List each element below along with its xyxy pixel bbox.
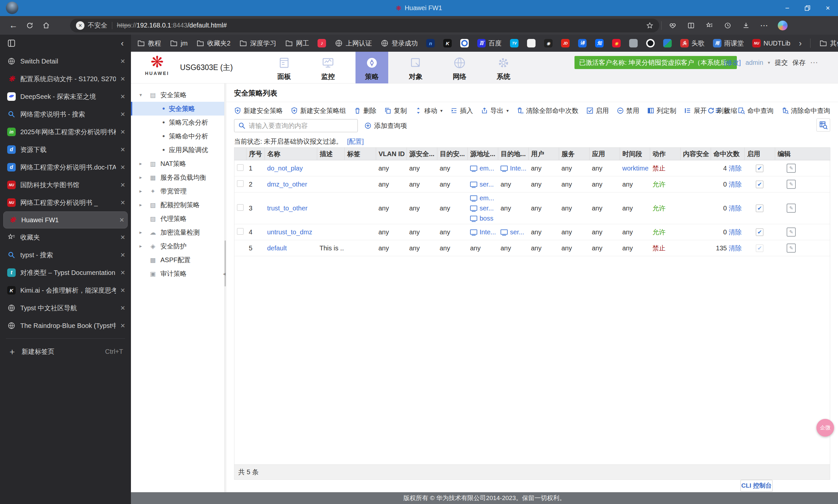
move-button[interactable]: 移动▾	[415, 106, 443, 115]
policy-name-link[interactable]: dmz_to_other	[267, 181, 307, 188]
user-dropdown-icon[interactable]: ▾	[768, 60, 770, 65]
cli-console-button[interactable]: CLI 控制台	[741, 480, 772, 491]
tab-close-icon[interactable]: ×	[121, 250, 125, 259]
nav-network[interactable]: 网络	[443, 52, 476, 84]
browser-tab[interactable]: The Raindrop-Blue Book (Typst中 ×	[0, 317, 131, 335]
row-checkbox[interactable]	[237, 164, 244, 171]
hit-query-button[interactable]: 命中查询	[738, 106, 773, 115]
enable-checkbox[interactable]: ✔	[756, 165, 763, 172]
tree-item-quota-policy[interactable]: ▸▧配额控制策略	[131, 198, 224, 212]
tree-group-security-policy[interactable]: ▾ ▤ 安全策略	[131, 88, 224, 102]
tab-close-icon[interactable]: ×	[121, 286, 125, 295]
browser-tab[interactable]: Typst 中文社区导航 ×	[0, 299, 131, 317]
enable-checkbox[interactable]: ✔	[756, 181, 763, 188]
tab-close-icon[interactable]: ×	[121, 110, 125, 119]
edit-icon[interactable]: ✎	[787, 203, 796, 213]
edit-icon[interactable]: ✎	[787, 244, 796, 253]
bookmarks-overflow-icon[interactable]: ›	[799, 38, 802, 49]
browser-tab[interactable]: ❋ 配置系统启动文件 - S1720, S2700, ×	[0, 70, 131, 88]
browser-tab[interactable]: 网络工程需求分析说明书.doc-ITAD ×	[0, 158, 131, 176]
refresh-list-button[interactable]: 刷新	[707, 106, 730, 115]
tab-close-icon[interactable]: ×	[121, 303, 125, 312]
policy-name-link[interactable]: trust_to_other	[267, 204, 307, 212]
tree-item-aspf-config[interactable]: ▩ASPF配置	[131, 253, 224, 267]
new-policy-group-button[interactable]: 新建安全策略组	[291, 106, 346, 115]
tab-close-icon[interactable]: ×	[121, 268, 125, 277]
home-button[interactable]	[38, 18, 54, 33]
bookmark[interactable]	[544, 39, 553, 48]
collapsed-arrow-icon[interactable]: ▸	[140, 161, 145, 166]
query-filter-button[interactable]	[816, 119, 830, 131]
bookmark[interactable]	[663, 39, 672, 48]
header-more-button[interactable]: ⋯	[810, 58, 819, 67]
favorite-star-icon[interactable]	[646, 22, 653, 29]
bookmark-folder[interactable]: 收藏夹2	[196, 39, 230, 48]
disable-button[interactable]: 禁用	[617, 106, 639, 115]
collapsed-arrow-icon[interactable]: ▸	[140, 188, 145, 194]
tab-close-icon[interactable]: ×	[121, 233, 125, 242]
clear-hits-link[interactable]: 清除	[729, 245, 742, 252]
nav-policy-active[interactable]: 策略	[356, 52, 388, 84]
browser-tab[interactable]: 收藏夹 ×	[0, 229, 131, 246]
browser-tab[interactable]: Kimi.ai - 会推理解析，能深度思考 ×	[0, 282, 131, 299]
tab-close-icon[interactable]: ×	[120, 215, 124, 224]
bookmark[interactable]: 登录成功	[380, 39, 418, 48]
favorites-button[interactable]	[700, 18, 718, 33]
tree-item-app-risk-tuning[interactable]: •应用风险调优	[131, 143, 224, 157]
bookmark[interactable]	[460, 39, 469, 48]
edit-icon[interactable]: ✎	[787, 180, 796, 189]
policy-name-link[interactable]: do_not_play	[267, 165, 303, 172]
tree-item-proxy-policy[interactable]: ▨代理策略	[131, 212, 224, 226]
not-secure-icon[interactable]: ✕	[76, 21, 85, 30]
new-policy-button[interactable]: 新建安全策略	[234, 106, 283, 115]
not-secure-label[interactable]: 不安全	[88, 21, 107, 30]
policy-name-link[interactable]: untrust_to_dmz	[267, 229, 312, 236]
bookmark[interactable]	[629, 39, 638, 48]
downloads-button[interactable]	[737, 18, 755, 33]
tab-close-icon[interactable]: ×	[121, 163, 125, 172]
bookmark[interactable]	[561, 39, 570, 48]
delete-button[interactable]: 删除	[354, 106, 376, 115]
browser-tab[interactable]: 2025年网络工程需求分析说明书样 ×	[0, 123, 131, 141]
collapsed-arrow-icon[interactable]: ▸	[140, 230, 145, 235]
export-button[interactable]: 导出▾	[481, 106, 509, 115]
tab-close-icon[interactable]: ×	[121, 57, 125, 66]
clear-hits-link[interactable]: 清除	[729, 229, 742, 236]
tab-close-icon[interactable]: ×	[121, 92, 125, 101]
collapse-sidebar-icon[interactable]: ‹	[121, 38, 124, 49]
bookmark-folder[interactable]: 教程	[137, 39, 161, 48]
tree-item-encrypted-traffic[interactable]: ▸☁加密流量检测	[131, 226, 224, 239]
tree-item-server-load-balance[interactable]: ▸▦服务器负载均衡	[131, 170, 224, 184]
back-button[interactable]: ←	[5, 18, 22, 33]
bookmark[interactable]	[612, 39, 621, 48]
refresh-button[interactable]	[22, 18, 38, 33]
bookmark[interactable]: 雨课堂	[713, 39, 744, 48]
browser-tab[interactable]: typst - 搜索 ×	[0, 246, 131, 264]
address-object-link[interactable]: ser...	[480, 204, 494, 212]
history-button[interactable]	[718, 18, 737, 33]
clear-hits-link[interactable]: 清除	[729, 165, 742, 172]
edit-icon[interactable]: ✎	[787, 164, 796, 173]
tab-close-icon[interactable]: ×	[121, 198, 125, 207]
browser-tab[interactable]: 国防科技大学图书馆 ×	[0, 176, 131, 194]
username[interactable]: admin	[745, 59, 763, 67]
browser-tab[interactable]: 网络工程需求分析说明书 _ ×	[0, 194, 131, 212]
enable-checkbox[interactable]: ✔	[756, 229, 763, 236]
new-tab-button[interactable]: ＋ 新建标签页 Ctrl+T	[0, 343, 131, 360]
clear-all-hits-button[interactable]: 00 清除全部命中次数	[517, 106, 578, 115]
bookmark[interactable]	[527, 39, 536, 48]
tree-item-policy-redundancy[interactable]: •策略冗余分析	[131, 115, 224, 129]
browser-tab[interactable]: 资源下载 ×	[0, 141, 131, 158]
close-button[interactable]: ×	[818, 0, 838, 16]
tree-item-policy-hit-analysis[interactable]: •策略命中分析	[131, 129, 224, 143]
address-object-link[interactable]: Inte...	[480, 229, 496, 236]
address-bar[interactable]: ✕ 不安全 https :// 192.168.0.1 :8443 /defau…	[70, 19, 659, 32]
search-input[interactable]	[234, 119, 358, 132]
browser-tab[interactable]: 对准类型 – Typst Documentation ×	[0, 264, 131, 282]
bookmark[interactable]: 头歌	[680, 39, 705, 48]
address-object-link[interactable]: boss	[480, 215, 493, 222]
config-link[interactable]: [配置]	[347, 137, 364, 146]
clear-hit-query-button[interactable]: 清除命中查询	[781, 106, 830, 115]
address-object-link[interactable]: ser...	[480, 181, 494, 188]
tree-item-audit-policy[interactable]: ▣审计策略	[131, 267, 224, 281]
